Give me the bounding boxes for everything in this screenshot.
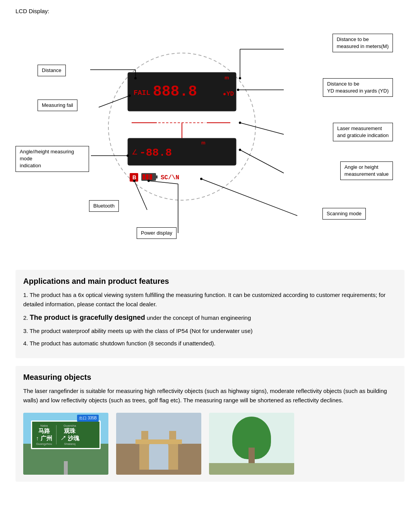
app-item-2-number: 2. bbox=[23, 314, 28, 321]
laser-measurement-label: Laser measurement and graticule indicati… bbox=[333, 123, 393, 141]
lcd-display-section: LCD Display: Distance Measuring fail Ang… bbox=[15, 8, 405, 258]
app-item-1-number: 1. bbox=[23, 292, 28, 298]
app-item-4: 4. The product has automatic shutdown fu… bbox=[23, 339, 397, 348]
svg-rect-17 bbox=[141, 173, 156, 181]
app-item-3-text: The product waterproof ability meets up … bbox=[29, 328, 252, 334]
svg-line-33 bbox=[149, 181, 178, 184]
angle-height-value-label: Angle or height measurement value bbox=[340, 161, 393, 180]
svg-line-30 bbox=[134, 181, 147, 210]
svg-point-41 bbox=[239, 122, 241, 124]
lcd-title: LCD Display: bbox=[15, 8, 405, 14]
lcd-diagram: Distance Measuring fail Angle//height me… bbox=[15, 18, 405, 258]
power-display-label: Power display bbox=[137, 227, 177, 239]
svg-rect-11 bbox=[128, 138, 236, 165]
svg-point-25 bbox=[134, 77, 137, 79]
svg-text:YD: YD bbox=[226, 91, 234, 98]
app-item-2-bold: The product is gracefully designed bbox=[30, 314, 145, 321]
scanning-mode-label: Scanning mode bbox=[322, 208, 366, 220]
distance-label: Distance bbox=[38, 65, 66, 76]
app-item-4-text: The product has automatic shutdown funct… bbox=[29, 340, 215, 347]
app-item-3-number: 3. bbox=[23, 328, 28, 334]
applications-section: Applications and main product features 1… bbox=[15, 270, 405, 358]
svg-rect-49 bbox=[135, 439, 182, 444]
svg-text:∠: ∠ bbox=[132, 148, 138, 156]
measuring-objects-heading: Measuring objects bbox=[23, 373, 397, 382]
svg-point-31 bbox=[133, 180, 135, 182]
svg-text:B: B bbox=[132, 174, 136, 180]
svg-point-34 bbox=[147, 180, 150, 182]
svg-point-39 bbox=[237, 89, 239, 91]
svg-point-45 bbox=[200, 178, 202, 180]
svg-point-29 bbox=[127, 154, 129, 157]
svg-point-0 bbox=[108, 53, 255, 200]
app-item-1-text: The product has a 6x optical viewing sys… bbox=[23, 292, 386, 307]
images-row: Naba 马路↑ 广州 Guangzhou Guansha 观珠↗ 沙瑰 Sha… bbox=[23, 413, 397, 475]
measuring-fail-label: Measuring fail bbox=[38, 100, 77, 111]
arc-image bbox=[116, 413, 201, 475]
svg-text:m: m bbox=[225, 75, 229, 81]
svg-rect-1 bbox=[128, 72, 236, 111]
angle-height-mode-label: Angle//height measuring mode indication bbox=[15, 146, 89, 172]
app-item-1: 1. The product has a 6x optical viewing … bbox=[23, 290, 397, 309]
applications-heading: Applications and main product features bbox=[23, 277, 397, 286]
distance-yards-label: Distance to be YD measured in yards (YD) bbox=[323, 78, 393, 97]
svg-point-6 bbox=[223, 93, 226, 95]
app-item-2-mid: under the bbox=[147, 314, 171, 321]
svg-rect-50 bbox=[141, 431, 148, 439]
svg-text:FAIL: FAIL bbox=[134, 89, 150, 97]
svg-text:SC/\N: SC/\N bbox=[161, 174, 179, 181]
app-item-2: 2. The product is gracefully designed un… bbox=[23, 312, 397, 323]
svg-rect-20 bbox=[149, 174, 152, 180]
svg-line-26 bbox=[99, 96, 130, 107]
svg-rect-19 bbox=[146, 174, 149, 180]
distance-meters-label: Distance to be measured in meters(M) bbox=[333, 34, 393, 52]
svg-rect-15 bbox=[130, 173, 138, 182]
app-item-3: 3. The product waterproof ability meets … bbox=[23, 326, 397, 336]
app-item-4-number: 4. bbox=[23, 340, 28, 347]
svg-text:m: m bbox=[201, 140, 206, 146]
svg-point-37 bbox=[239, 77, 241, 79]
tree-image bbox=[209, 413, 294, 475]
svg-line-44 bbox=[201, 179, 297, 216]
svg-point-27 bbox=[129, 94, 131, 97]
bluetooth-label: Bluetooth bbox=[89, 200, 119, 212]
svg-rect-51 bbox=[169, 431, 176, 439]
svg-text:888.8: 888.8 bbox=[153, 83, 197, 100]
svg-rect-21 bbox=[156, 175, 158, 178]
svg-line-42 bbox=[240, 150, 284, 173]
highway-image: Naba 马路↑ 广州 Guangzhou Guansha 观珠↗ 沙瑰 Sha… bbox=[23, 413, 108, 475]
svg-point-43 bbox=[239, 149, 241, 151]
measuring-objects-text: The laser rangefinder is suitable for me… bbox=[23, 386, 397, 405]
svg-text:-88.8: -88.8 bbox=[139, 147, 172, 159]
measuring-objects-section: Measuring objects The laser rangefinder … bbox=[15, 366, 405, 482]
svg-line-40 bbox=[240, 123, 284, 134]
app-item-2-rest: concept of human engineering bbox=[173, 314, 251, 321]
svg-rect-18 bbox=[142, 174, 145, 180]
